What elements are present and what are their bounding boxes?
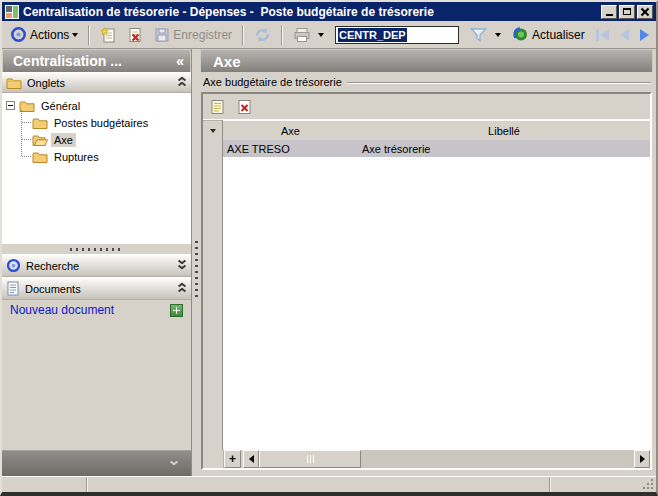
sidebar-header: Centralisation ... « (2, 49, 191, 72)
content-area: Centralisation ... « Onglets Général (2, 49, 656, 476)
save-button[interactable]: Enregistrer (150, 24, 236, 46)
scroll-left-icon (249, 455, 254, 463)
refresh-icon (254, 27, 271, 43)
grid-data-row[interactable]: AXE TRESO Axe trésorerie (223, 140, 650, 157)
recherche-panel-header[interactable]: Recherche (2, 254, 191, 277)
actions-label: Actions (30, 28, 69, 42)
tree-connector-line (21, 110, 22, 156)
grid-bottom-bar: + (203, 450, 650, 468)
tree-item-label: Ruptures (51, 150, 102, 164)
minimize-icon (606, 14, 613, 16)
delete-document-icon (127, 27, 143, 43)
groupbox-line (347, 82, 651, 84)
previous-page-button[interactable] (616, 27, 633, 43)
tree-item-general[interactable]: Général (6, 97, 191, 114)
tree-item-ruptures[interactable]: Ruptures (32, 148, 191, 165)
filter-button[interactable] (466, 24, 505, 46)
app-icon (5, 5, 19, 19)
add-document-icon[interactable] (170, 304, 183, 317)
scrollbar-track[interactable] (259, 450, 634, 468)
horizontal-scrollbar[interactable] (243, 450, 650, 468)
sidebar-splitter[interactable] (2, 244, 191, 254)
column-header-libelle[interactable]: Libellé (358, 121, 650, 140)
grid-corner-cell[interactable] (203, 120, 222, 140)
main-panel-header: Axe (200, 49, 653, 72)
window-title: Centralisation de trésorerie - Dépenses … (23, 5, 599, 19)
scroll-left-button[interactable] (243, 450, 259, 468)
grid-new-row-button[interactable] (207, 97, 227, 117)
main-panel: Axe Axe budgétaire de trésorerie (200, 49, 656, 476)
search-input[interactable]: CENTR_DEP (335, 26, 459, 44)
toolbar-separator (242, 25, 244, 45)
onglets-tree: Général Postes budgétaires (2, 93, 191, 244)
tree-children: Postes budgétaires Axe Ruptures (6, 114, 191, 165)
actions-target-icon (10, 26, 27, 43)
printer-icon (293, 27, 311, 43)
row-indicator-arrow-icon (210, 129, 216, 133)
application-window: Centralisation de trésorerie - Dépenses … (0, 0, 658, 496)
toolbar-separator (281, 25, 283, 45)
actions-dropdown-icon (72, 33, 78, 37)
toolbar-separator (88, 25, 90, 45)
splitter-grip-icon (195, 241, 198, 297)
folder-icon (32, 150, 48, 164)
maximize-button[interactable] (619, 5, 635, 19)
onglets-panel-title: Onglets (27, 77, 173, 89)
onglets-panel-header[interactable]: Onglets (2, 72, 191, 93)
grid-delete-row-button[interactable] (234, 97, 254, 117)
next-page-icon (640, 29, 649, 41)
expand-chevron-icon[interactable] (178, 261, 187, 270)
save-label: Enregistrer (173, 28, 232, 42)
grid-empty-area[interactable] (223, 157, 650, 450)
print-dropdown-icon[interactable] (318, 33, 324, 37)
row-indicator-column (203, 120, 223, 450)
status-bar (2, 476, 656, 492)
documents-icon (6, 281, 20, 296)
groupbox-label: Axe budgétaire de trésorerie (203, 76, 342, 88)
documents-panel-title: Documents (25, 283, 173, 295)
print-button[interactable] (289, 24, 328, 46)
grid-header-row: Axe Libellé (223, 120, 650, 140)
delete-document-icon (237, 99, 252, 115)
scroll-right-icon (640, 455, 645, 463)
new-document-link[interactable]: Nouveau document (10, 303, 170, 317)
footer-chevron-icon[interactable] (170, 462, 179, 466)
actualiser-icon (512, 26, 529, 43)
open-folder-icon (32, 133, 48, 147)
resize-grip-icon[interactable] (651, 487, 653, 489)
add-row-button[interactable]: + (224, 450, 241, 468)
actualiser-button[interactable]: Actualiser (508, 23, 589, 46)
collapse-chevron-icon[interactable] (178, 284, 187, 293)
recherche-panel-title: Recherche (26, 260, 173, 272)
tree-item-label: Général (38, 99, 83, 113)
sidebar: Centralisation ... « Onglets Général (2, 49, 192, 476)
refresh-button[interactable] (250, 24, 275, 46)
sidebar-footer (2, 450, 191, 476)
delete-record-button[interactable] (123, 24, 147, 46)
grid-container: Axe Libellé AXE TRESO Axe trésorerie + (201, 92, 652, 470)
tree-item-postes-budgetaires[interactable]: Postes budgétaires (32, 114, 191, 131)
tree-item-label-selected: Axe (51, 133, 76, 147)
documents-panel-header[interactable]: Documents (2, 277, 191, 300)
grid-toolbar (203, 94, 650, 120)
close-icon (641, 8, 649, 16)
new-record-button[interactable] (96, 24, 120, 46)
collapse-expander-icon[interactable] (6, 101, 15, 110)
scroll-right-button[interactable] (634, 450, 650, 468)
next-page-button[interactable] (636, 27, 653, 43)
actions-button[interactable]: Actions (6, 23, 82, 46)
indicator-footer (203, 450, 224, 468)
minimize-button[interactable] (601, 5, 617, 19)
close-button[interactable] (637, 5, 653, 19)
sidebar-collapse-button[interactable]: « (172, 53, 188, 69)
filter-dropdown-icon[interactable] (495, 33, 501, 37)
collapse-chevron-icon[interactable] (178, 78, 187, 87)
first-page-button[interactable] (592, 27, 613, 43)
page-title: Axe (213, 53, 241, 70)
column-header-axe[interactable]: Axe (223, 121, 358, 140)
folder-icon (32, 116, 48, 130)
vertical-splitter[interactable] (192, 49, 200, 476)
tree-item-axe[interactable]: Axe (32, 131, 191, 148)
scrollbar-thumb[interactable] (259, 450, 361, 468)
cell-axe: AXE TRESO (223, 143, 358, 155)
